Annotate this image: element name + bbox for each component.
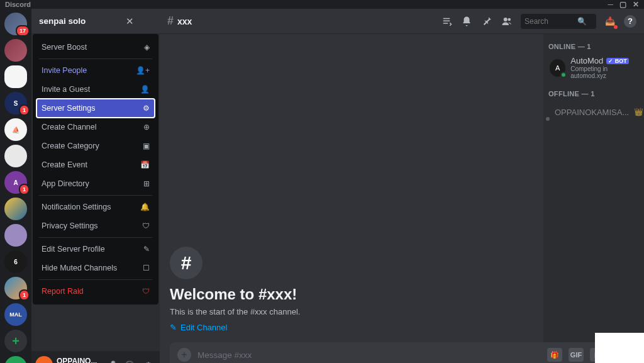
server-icon[interactable]: 6	[4, 250, 27, 273]
edit-channel-link[interactable]: ✎ Edit Channel	[170, 323, 533, 332]
status-offline-icon	[545, 116, 551, 122]
bell-icon: 🔔	[140, 203, 150, 211]
server-icon[interactable]	[4, 224, 27, 247]
search-box[interactable]: 🔍	[521, 14, 596, 29]
member-item[interactable]: OPPAINOKAMISA... 👑	[548, 101, 639, 123]
welcome-title: Welcome to #xxx!	[170, 286, 533, 303]
chat-area: # xxx 🔍 📥 ? # Welcome	[160, 9, 644, 363]
gift-icon[interactable]: 🎁	[547, 348, 562, 362]
svg-point-2	[508, 18, 511, 21]
online-header: ONLINE — 1	[548, 43, 639, 50]
apps-icon: ⊞	[143, 179, 150, 188]
channel-title: # xxx	[167, 14, 192, 28]
search-icon: 🔍	[577, 17, 587, 26]
explore-button[interactable]	[4, 356, 27, 363]
shield-icon: 🛡	[142, 221, 150, 230]
user-avatar[interactable]	[35, 356, 53, 363]
add-server-button[interactable]: +	[4, 330, 27, 352]
close-icon[interactable]: ✕	[633, 0, 639, 9]
hash-icon: #	[167, 14, 174, 28]
server-icon[interactable]	[4, 39, 27, 62]
server-rail: 17 S1 ⛵ A1 6 1 MAL +	[0, 9, 31, 363]
settings-icon[interactable]: ⚙	[141, 357, 156, 363]
composer-placeholder[interactable]: Message #xxx	[197, 350, 541, 360]
invite-icon: 👤+	[136, 66, 150, 75]
server-icon[interactable]	[4, 145, 27, 167]
server-icon[interactable]: S1	[4, 92, 27, 114]
headphones-icon[interactable]: 🎧	[122, 357, 137, 363]
folder-icon: ▣	[143, 142, 150, 150]
member-item[interactable]: A AutoMod ✓ BOT Competing in automod.xyz	[548, 54, 639, 81]
server-icon[interactable]: MAL	[4, 303, 27, 326]
server-badge: 1	[19, 104, 30, 116]
menu-app-directory[interactable]: App Directory⊞	[36, 174, 155, 193]
member-list: ONLINE — 1 A AutoMod ✓ BOT Competing in …	[543, 34, 644, 342]
overlay-box	[595, 333, 644, 363]
server-badge: 1	[19, 184, 30, 195]
server-icon[interactable]: A1	[4, 171, 27, 194]
menu-create-event[interactable]: Create Event📅	[36, 155, 155, 174]
menu-notification-settings[interactable]: Notification Settings🔔	[36, 198, 155, 216]
menu-server-settings[interactable]: Server Settings⚙	[36, 99, 155, 118]
close-menu-icon[interactable]: ✕	[126, 16, 134, 27]
calendar-icon: 📅	[140, 160, 150, 169]
welcome-subtitle: This is the start of the #xxx channel.	[170, 307, 533, 316]
gif-button[interactable]: GIF	[569, 348, 584, 362]
status-online-icon	[560, 72, 567, 78]
menu-server-boost[interactable]: Server Boost◈	[36, 38, 155, 57]
user-panel: OPPAINO... Invisible 🎤 🎧 ⚙	[31, 351, 160, 363]
threads-icon[interactable]	[440, 15, 453, 28]
welcome-block: # Welcome to #xxx! This is the start of …	[170, 247, 533, 332]
member-activity: Competing in automod.xyz	[570, 65, 638, 79]
members-icon[interactable]	[501, 15, 513, 28]
menu-create-channel[interactable]: Create Channel⊕	[36, 118, 155, 137]
offline-header: OFFLINE — 1	[548, 90, 639, 98]
inbox-icon[interactable]: 📥	[604, 15, 616, 28]
crown-icon: 👑	[634, 108, 643, 116]
channel-hash-icon: #	[170, 247, 203, 279]
menu-invite-people[interactable]: Invite People👤+	[36, 61, 155, 80]
notifications-icon[interactable]	[460, 15, 473, 28]
pencil-icon: ✎	[170, 323, 177, 332]
app-name: Discord	[5, 1, 31, 8]
gear-icon: ⚙	[143, 104, 150, 113]
channel-sidebar: senpai solo ✕ Server Boost◈ Invite Peopl…	[31, 9, 160, 363]
bot-tag: ✓ BOT	[606, 58, 629, 64]
svg-point-1	[504, 18, 508, 21]
menu-invite-guest[interactable]: Invite a Guest👤	[36, 80, 155, 99]
menu-create-category[interactable]: Create Category▣	[36, 137, 155, 155]
minimize-icon[interactable]: ─	[608, 0, 613, 9]
shield-alert-icon: 🛡	[142, 287, 150, 296]
message-composer[interactable]: + Message #xxx 🎁 GIF ◱ 😀	[170, 342, 634, 363]
server-icon[interactable]: 1	[4, 277, 27, 299]
server-badge: 17	[16, 25, 30, 36]
guest-icon: 👤	[140, 85, 150, 94]
avatar: A	[550, 59, 565, 77]
server-name-header[interactable]: senpai solo ✕	[39, 16, 134, 27]
server-icon[interactable]	[4, 198, 27, 220]
help-icon[interactable]: ?	[624, 15, 636, 28]
pencil-icon: ✎	[143, 245, 150, 254]
server-dropdown-menu: Server Boost◈ Invite People👤+ Invite a G…	[33, 34, 158, 304]
channel-name: xxx	[177, 16, 192, 26]
server-name: senpai solo	[39, 16, 86, 26]
search-input[interactable]	[525, 17, 575, 26]
menu-edit-server-profile[interactable]: Edit Server Profile✎	[36, 240, 155, 259]
menu-report-raid[interactable]: Report Raid🛡	[36, 282, 155, 301]
member-name: OPPAINOKAMISA...	[555, 108, 629, 117]
server-icon[interactable]	[4, 65, 27, 88]
member-name: AutoMod	[570, 56, 603, 65]
maximize-icon[interactable]: ▢	[619, 0, 626, 9]
menu-hide-muted[interactable]: Hide Muted Channels☐	[36, 259, 155, 277]
titlebar: Discord ─ ▢ ✕	[0, 0, 644, 9]
add-circle-icon: ⊕	[143, 123, 150, 131]
mic-icon[interactable]: 🎤	[103, 357, 118, 363]
menu-privacy-settings[interactable]: Privacy Settings🛡	[36, 216, 155, 235]
server-icon[interactable]: 17	[4, 13, 27, 35]
attach-button[interactable]: +	[177, 348, 191, 362]
checkbox-icon: ☐	[143, 264, 150, 272]
server-icon[interactable]: ⛵	[4, 118, 27, 141]
server-badge: 1	[19, 289, 30, 301]
pinned-icon[interactable]	[480, 15, 493, 28]
boost-icon: ◈	[144, 43, 150, 52]
